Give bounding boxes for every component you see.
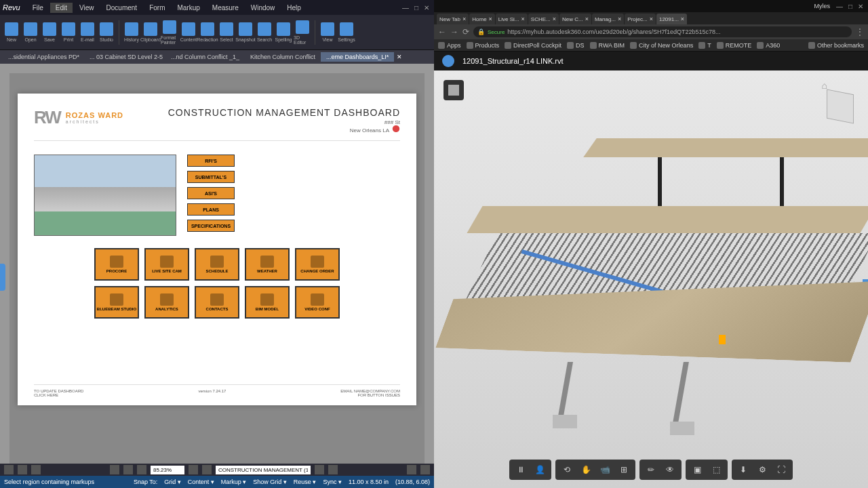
close-button[interactable]: ✕ xyxy=(856,3,865,10)
menu-file[interactable]: File xyxy=(27,3,49,13)
close-tab-button[interactable]: ✕ xyxy=(397,54,402,60)
nav-tool-3[interactable] xyxy=(31,465,41,474)
plans-link[interactable]: PLANS xyxy=(187,203,235,216)
schedule-tile[interactable]: SCHEDULE xyxy=(195,248,239,281)
menu-icon[interactable]: ⋮ xyxy=(856,27,864,37)
select-tool-icon[interactable] xyxy=(123,465,133,474)
prev-page-button[interactable] xyxy=(202,465,212,474)
bookmark-rwa-bim[interactable]: RWA BIM xyxy=(590,42,625,49)
menu-edit[interactable]: Edit xyxy=(50,3,73,13)
viewer-tool-0[interactable]: ⏸ xyxy=(512,462,530,477)
menu-help[interactable]: Help xyxy=(281,3,307,13)
doc-tab[interactable]: ...sidential Appliances PD* xyxy=(3,52,84,62)
viewer-tool-6[interactable]: ✏ xyxy=(642,462,660,477)
browser-tab[interactable]: 12091...× xyxy=(656,14,687,24)
back-button[interactable]: ← xyxy=(438,27,446,37)
zoom-tool-icon[interactable] xyxy=(137,465,146,474)
format-painter-button[interactable]: Format Painter xyxy=(161,18,178,47)
bookmark-directpoll-cockpit[interactable]: DirectPoll Cockpit xyxy=(505,42,561,49)
click-here-link[interactable]: CLICK HERE xyxy=(34,393,83,397)
contacts-tile[interactable]: CONTACTS xyxy=(195,286,239,319)
other-bookmarks[interactable]: Other bookmarks xyxy=(808,42,864,49)
bookmark-products[interactable]: Products xyxy=(467,42,500,49)
map-pin-icon[interactable] xyxy=(392,125,400,135)
reload-button[interactable]: ⟳ xyxy=(462,27,469,37)
e-mail-button[interactable]: E-mail xyxy=(79,18,96,47)
browser-tab[interactable]: New C...× xyxy=(559,14,591,24)
doc-tab[interactable]: ... 03 Cabinet SD Level 2-5 xyxy=(84,52,165,62)
pan-tool-icon[interactable] xyxy=(110,465,119,474)
select-button[interactable]: Select xyxy=(218,18,235,47)
snapshot-button[interactable]: Snapshot xyxy=(237,18,254,47)
close-tab-icon[interactable]: × xyxy=(681,16,684,22)
open-button[interactable]: Open xyxy=(22,18,39,47)
search-button[interactable]: Search xyxy=(256,18,273,47)
history-button[interactable]: History xyxy=(123,18,140,47)
viewer-tool-12[interactable]: ⛶ xyxy=(772,462,790,477)
bookmark-ds[interactable]: DS xyxy=(567,42,585,49)
close-tab-icon[interactable]: × xyxy=(462,16,466,22)
doc-tab[interactable]: ...nd Column Conflict _1_ xyxy=(165,52,245,62)
first-page-button[interactable] xyxy=(189,465,198,474)
settings-button[interactable]: Settings xyxy=(338,18,355,47)
viewer-tool-1[interactable]: 👤 xyxy=(531,462,549,477)
viewer-tool-5[interactable]: ⊞ xyxy=(615,462,633,477)
nav-right-2[interactable] xyxy=(420,465,430,474)
status-grid[interactable]: Grid ▾ xyxy=(164,479,181,485)
status-show-grid[interactable]: Show Grid ▾ xyxy=(253,479,287,485)
browser-tab[interactable]: Live Si...× xyxy=(496,14,528,24)
content-button[interactable]: Content xyxy=(180,18,197,47)
menu-view[interactable]: View xyxy=(74,3,100,13)
asis-link[interactable]: ASI'S xyxy=(187,187,235,199)
bluebeam-studio-tile[interactable]: BLUEBEAM STUDIO xyxy=(94,286,139,319)
viewer-tool-10[interactable]: ⬇ xyxy=(734,462,752,477)
menu-form[interactable]: Form xyxy=(144,3,170,13)
nav-tool-1[interactable] xyxy=(4,465,14,474)
viewer-tool-2[interactable]: ⟲ xyxy=(558,462,576,477)
menu-measure[interactable]: Measure xyxy=(207,3,244,13)
viewer-tool-4[interactable]: 📹 xyxy=(596,462,614,477)
nav-right-1[interactable] xyxy=(407,465,416,474)
doc-tab[interactable]: ...eme Dashboards_LI* xyxy=(321,52,394,62)
analytics-tile[interactable]: ANALYTICS xyxy=(144,286,189,319)
bookmark-a360[interactable]: A360 xyxy=(757,42,780,49)
rfis-link[interactable]: RFI'S xyxy=(187,155,235,167)
forward-button[interactable]: → xyxy=(450,27,458,37)
chrome-profile[interactable]: Myles xyxy=(814,3,830,9)
viewer-tool-7[interactable]: 👁 xyxy=(661,462,679,477)
spelling-button[interactable]: Spelling xyxy=(275,18,292,47)
model-browser-button[interactable] xyxy=(443,80,464,100)
menu-document[interactable]: Document xyxy=(101,3,143,13)
menu-window[interactable]: Window xyxy=(245,3,281,13)
apps-button[interactable]: Apps xyxy=(438,42,461,49)
bookmark-city-of-new-orleans[interactable]: City of New Orleans xyxy=(630,42,693,49)
video-conf-tile[interactable]: VIDEO CONF xyxy=(295,286,340,319)
studio-button[interactable]: Studio xyxy=(98,18,115,47)
menu-markup[interactable]: Markup xyxy=(172,3,205,13)
minimize-button[interactable]: — xyxy=(834,3,845,10)
viewer-3d-canvas[interactable]: ⌂ ⏸👤⟲✋📹⊞✏👁▣⬚⬇⚙⛶ xyxy=(434,70,868,488)
save-button[interactable]: Save xyxy=(41,18,58,47)
maximize-button[interactable]: □ xyxy=(846,3,854,10)
autodesk-logo-icon[interactable] xyxy=(442,55,454,67)
clipboard-button[interactable]: Clipboard xyxy=(142,18,159,47)
procore-tile[interactable]: PROCORE xyxy=(94,248,139,281)
bookmark-t[interactable]: T xyxy=(698,42,711,49)
viewer-tool-11[interactable]: ⚙ xyxy=(753,462,771,477)
browser-tab[interactable]: Projec...× xyxy=(625,14,656,24)
url-field[interactable]: 🔒 Secure https://myhub.autodesk360.com/u… xyxy=(473,26,852,37)
weather-tile[interactable]: WEATHER xyxy=(245,248,290,281)
last-page-button[interactable] xyxy=(328,465,338,474)
change-order-tile[interactable]: CHANGE ORDER xyxy=(295,248,340,281)
doc-tab[interactable]: Kitchen Column Conflict xyxy=(245,52,321,62)
browser-tab[interactable]: Home× xyxy=(469,14,495,24)
specifications-link[interactable]: SPECIFICATIONS xyxy=(187,220,235,232)
zoom-input[interactable] xyxy=(151,466,184,474)
live-site-cam-tile[interactable]: LIVE SITE CAM xyxy=(144,248,189,281)
status-reuse[interactable]: Reuse ▾ xyxy=(294,479,317,485)
view-button[interactable]: View xyxy=(319,18,336,47)
close-tab-icon[interactable]: × xyxy=(650,16,653,22)
viewer-tool-3[interactable]: ✋ xyxy=(577,462,595,477)
new-button[interactable]: New xyxy=(3,18,20,47)
viewer-tool-9[interactable]: ⬚ xyxy=(707,462,725,477)
